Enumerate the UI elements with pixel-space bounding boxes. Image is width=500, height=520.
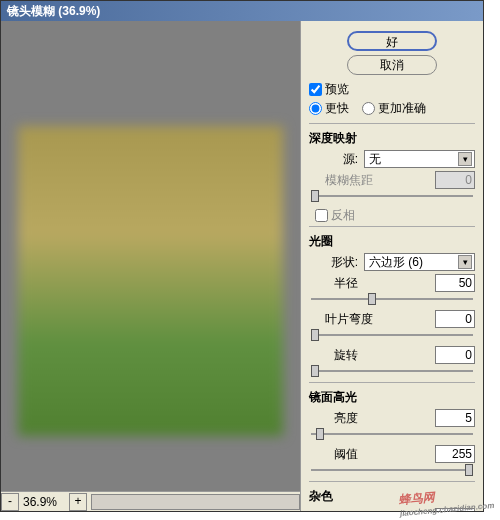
title-bar[interactable]: 镜头模糊 (36.9%) (1, 1, 483, 21)
shape-label: 形状: (309, 254, 364, 271)
focal-slider (311, 193, 473, 199)
source-value: 无 (369, 151, 381, 168)
brightness-label: 亮度 (309, 410, 364, 427)
ok-button[interactable]: 好 (347, 31, 437, 51)
accurate-label: 更加准确 (378, 101, 426, 115)
radius-input[interactable]: 50 (435, 274, 475, 292)
depth-group-label: 深度映射 (309, 130, 475, 147)
lens-blur-dialog: 镜头模糊 (36.9%) - 36.9% + 好 取消 预览 更快 更加准确 (0, 0, 484, 512)
chevron-down-icon: ▾ (458, 152, 472, 166)
preview-image (18, 126, 283, 436)
watermark-main: 蜂鸟网 (398, 490, 435, 507)
zoom-value: 36.9% (19, 495, 69, 509)
cancel-button[interactable]: 取消 (347, 55, 437, 75)
dialog-content: - 36.9% + 好 取消 预览 更快 更加准确 深度映射 源: (1, 21, 483, 511)
brightness-input[interactable]: 5 (435, 409, 475, 427)
horizontal-scrollbar[interactable] (91, 494, 300, 510)
threshold-input[interactable]: 255 (435, 445, 475, 463)
accurate-radio[interactable] (362, 102, 375, 115)
zoom-out-button[interactable]: - (1, 493, 19, 511)
specular-group-label: 镜面高光 (309, 389, 475, 406)
invert-label: 反相 (331, 208, 355, 222)
brightness-slider[interactable] (311, 431, 473, 437)
threshold-label: 阈值 (309, 446, 364, 463)
preview-label: 预览 (325, 82, 349, 96)
preview-toolbar: - 36.9% + (1, 491, 300, 511)
faster-radio[interactable] (309, 102, 322, 115)
radius-slider[interactable] (311, 296, 473, 302)
curvature-label: 叶片弯度 (309, 311, 379, 328)
iris-group-label: 光圈 (309, 233, 475, 250)
focal-input: 0 (435, 171, 475, 189)
invert-checkbox[interactable] (315, 209, 328, 222)
amount-label: 数量 (309, 509, 364, 512)
preview-checkbox-row: 预览 (309, 81, 475, 98)
faster-label: 更快 (325, 101, 349, 115)
threshold-slider[interactable] (311, 467, 473, 473)
preview-area[interactable] (1, 21, 300, 491)
rotation-input[interactable]: 0 (435, 346, 475, 364)
chevron-down-icon: ▾ (458, 255, 472, 269)
curvature-slider[interactable] (311, 332, 473, 338)
rotation-label: 旋转 (309, 347, 364, 364)
radius-label: 半径 (309, 275, 364, 292)
shape-select[interactable]: 六边形 (6) ▾ (364, 253, 475, 271)
curvature-input[interactable]: 0 (435, 310, 475, 328)
controls-panel: 好 取消 预览 更快 更加准确 深度映射 源: 无 ▾ 模糊焦距 (301, 21, 483, 511)
quality-radio-row: 更快 更加准确 (309, 100, 475, 117)
source-select[interactable]: 无 ▾ (364, 150, 475, 168)
rotation-slider[interactable] (311, 368, 473, 374)
focal-label: 模糊焦距 (309, 172, 379, 189)
preview-pane: - 36.9% + (1, 21, 301, 511)
preview-checkbox[interactable] (309, 83, 322, 96)
shape-value: 六边形 (6) (369, 254, 423, 271)
zoom-in-button[interactable]: + (69, 493, 87, 511)
source-label: 源: (309, 151, 364, 168)
